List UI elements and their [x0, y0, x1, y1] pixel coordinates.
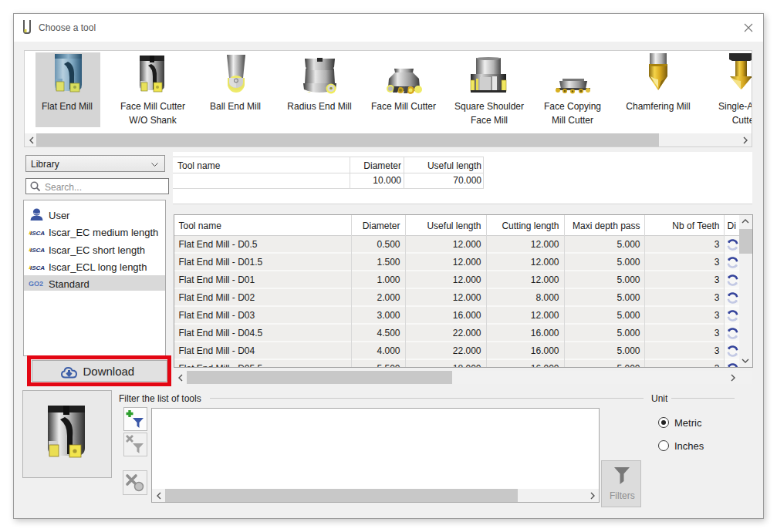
svg-text:GO2: GO2 — [29, 280, 43, 288]
svg-text:ISCAR: ISCAR — [30, 264, 45, 271]
svg-text:ISCAR: ISCAR — [30, 247, 45, 254]
svg-text:ISCAR: ISCAR — [30, 230, 45, 237]
